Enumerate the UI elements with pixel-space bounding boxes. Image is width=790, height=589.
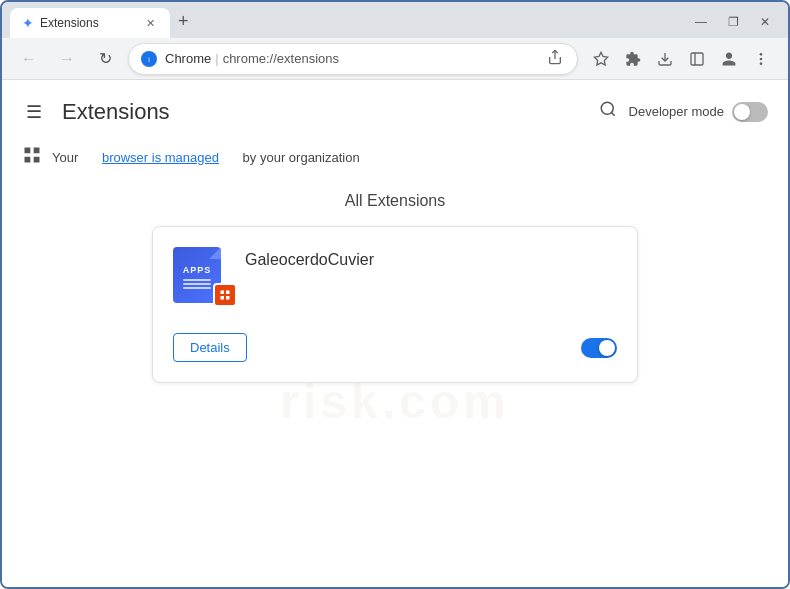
details-button[interactable]: Details: [173, 333, 247, 362]
extension-icon-lines: [183, 279, 211, 289]
extension-toggle-knob: [599, 340, 615, 356]
forward-button[interactable]: →: [52, 44, 82, 74]
svg-marker-3: [594, 52, 607, 65]
svg-rect-13: [226, 291, 230, 295]
address-bar[interactable]: i Chrome | chrome://extensions: [128, 43, 578, 75]
tab-extension-icon: ✦: [22, 15, 34, 31]
svg-point-8: [760, 57, 763, 60]
managed-text-prefix: Your: [52, 150, 78, 165]
hamburger-menu-button[interactable]: ☰: [22, 97, 46, 127]
developer-mode-toggle[interactable]: [732, 102, 768, 122]
tab-close-button[interactable]: ✕: [142, 15, 158, 31]
all-extensions-heading: All Extensions: [2, 180, 788, 226]
extension-card: APPS GaleocerdoCuvier Details: [152, 226, 638, 383]
ext-icon-line-2: [183, 283, 211, 285]
svg-point-10: [601, 102, 613, 114]
extension-icon-wrapper: APPS: [173, 247, 229, 303]
addr-separator: |: [215, 51, 218, 66]
title-bar: ✦ Extensions ✕ + — ❐ ✕: [2, 2, 788, 38]
extension-name: GaleocerdoCuvier: [245, 247, 374, 269]
svg-rect-15: [226, 296, 230, 300]
close-button[interactable]: ✕: [750, 10, 780, 34]
extensions-button[interactable]: [618, 44, 648, 74]
minimize-button[interactable]: —: [686, 10, 716, 34]
tab-title: Extensions: [40, 16, 136, 30]
address-url: chrome://extensions: [223, 51, 339, 66]
extension-cards-container: APPS GaleocerdoCuvier Details: [2, 226, 788, 383]
extensions-header: ☰ Extensions Developer mode: [2, 80, 788, 135]
extension-card-bottom: Details: [173, 333, 617, 362]
svg-rect-12: [221, 291, 225, 295]
address-text: Chrome | chrome://extensions: [165, 51, 339, 66]
managed-link[interactable]: browser is managed: [102, 150, 219, 165]
extension-toggle[interactable]: [581, 338, 617, 358]
svg-rect-14: [221, 296, 225, 300]
nav-bar: ← → ↻ i Chrome | chrome://extensions: [2, 38, 788, 80]
developer-mode-section: Developer mode: [595, 96, 768, 127]
managed-icon: [22, 145, 42, 170]
svg-point-7: [760, 53, 763, 56]
page-content: 🔍 risk.com ☰ Extensions Developer mode Y…: [2, 80, 788, 589]
sidebar-button[interactable]: [682, 44, 712, 74]
managed-banner: Your browser is managed by your organiza…: [2, 135, 788, 180]
extensions-tab[interactable]: ✦ Extensions ✕: [10, 8, 170, 38]
managed-text-suffix: by your organization: [243, 150, 360, 165]
ext-icon-line-1: [183, 279, 211, 281]
menu-button[interactable]: [746, 44, 776, 74]
extension-icon-apps-text: APPS: [183, 265, 212, 275]
ext-icon-line-3: [183, 287, 211, 289]
extension-card-top: APPS GaleocerdoCuvier: [173, 247, 617, 303]
page-title: Extensions: [62, 99, 595, 125]
share-button[interactable]: [545, 47, 565, 70]
back-button[interactable]: ←: [14, 44, 44, 74]
refresh-button[interactable]: ↻: [90, 44, 120, 74]
svg-rect-5: [691, 53, 703, 65]
window-controls: — ❐ ✕: [686, 10, 780, 34]
profile-button[interactable]: [714, 44, 744, 74]
extension-badge-icon: [213, 283, 237, 307]
bookmark-button[interactable]: [586, 44, 616, 74]
developer-mode-label: Developer mode: [629, 104, 724, 119]
nav-actions: [586, 44, 776, 74]
download-button[interactable]: [650, 44, 680, 74]
new-tab-button[interactable]: +: [170, 7, 197, 36]
secure-icon: i: [141, 51, 157, 67]
search-button[interactable]: [595, 96, 621, 127]
tab-bar: ✦ Extensions ✕ +: [10, 7, 686, 38]
maximize-button[interactable]: ❐: [718, 10, 748, 34]
toggle-knob: [734, 104, 750, 120]
site-name: Chrome: [165, 51, 211, 66]
svg-line-11: [611, 112, 614, 115]
svg-point-9: [760, 62, 763, 65]
